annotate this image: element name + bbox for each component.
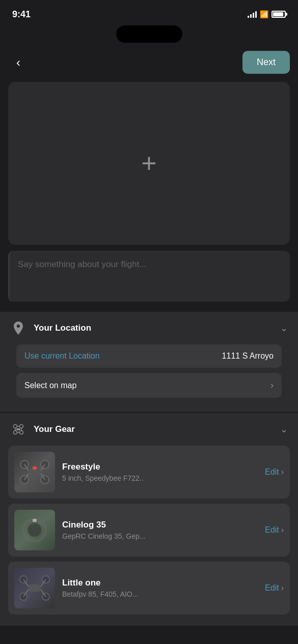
- use-current-location-link[interactable]: Use current Location: [24, 352, 222, 361]
- gear-item-little-one[interactable]: Little one Betafpv 85, F405, AIO... Edit…: [8, 562, 290, 614]
- gear-details-freestyle: 5 inch, Speedybee F722..: [62, 474, 265, 482]
- location-section-header[interactable]: Your Location ⌄: [0, 312, 298, 344]
- gear-name-cinelog: Cinelog 35: [62, 520, 265, 530]
- gear-edit-chevron-freestyle: ›: [281, 467, 284, 477]
- next-button[interactable]: Next: [242, 51, 290, 74]
- gear-name-freestyle: Freestyle: [62, 462, 265, 472]
- status-icons: 📶: [248, 10, 286, 18]
- gear-item-freestyle[interactable]: Freestyle 5 inch, Speedybee F722.. Edit …: [8, 446, 290, 499]
- svg-point-1: [20, 425, 23, 428]
- dynamic-island: [116, 25, 182, 43]
- gear-info-little-one: Little one Betafpv 85, F405, AIO...: [55, 578, 265, 598]
- gear-edit-label-cinelog: Edit: [265, 525, 279, 535]
- location-chevron-down-icon: ⌄: [280, 323, 288, 334]
- gear-thumbnail-little-one: [14, 568, 55, 608]
- svg-rect-9: [30, 469, 40, 476]
- svg-rect-22: [33, 519, 37, 522]
- wifi-icon: 📶: [260, 10, 268, 18]
- gear-info-freestyle: Freestyle 5 inch, Speedybee F722..: [55, 462, 265, 482]
- signal-icon: [248, 11, 257, 18]
- gear-section-title: Your Gear: [34, 424, 280, 434]
- gear-list: Freestyle 5 inch, Speedybee F722.. Edit …: [0, 446, 298, 626]
- drone-gear-icon: [10, 421, 26, 437]
- svg-point-21: [32, 527, 38, 533]
- nav-bar: ‹ Next: [0, 47, 298, 82]
- back-chevron-icon: ‹: [16, 56, 20, 69]
- text-input-placeholder: Say something about your flight...: [18, 259, 146, 269]
- flight-text-input[interactable]: Say something about your flight...: [8, 251, 290, 302]
- gear-thumbnail-cinelog: [14, 510, 55, 550]
- back-button[interactable]: ‹: [8, 52, 29, 73]
- svg-rect-4: [16, 428, 20, 430]
- status-bar: 9:41 📶: [0, 0, 298, 25]
- location-pin-icon: [10, 320, 26, 336]
- svg-point-0: [14, 425, 17, 428]
- map-select-chevron-icon: ›: [270, 380, 274, 391]
- gear-section-header[interactable]: Your Gear ⌄: [0, 413, 298, 446]
- select-on-map-label: Select on map: [24, 381, 270, 390]
- gear-section: Your Gear ⌄ Freestyle: [0, 413, 298, 626]
- gear-name-little-one: Little one: [62, 578, 265, 588]
- battery-icon: [272, 11, 286, 18]
- svg-point-2: [14, 431, 17, 434]
- status-time: 9:41: [12, 9, 31, 20]
- gear-details-cinelog: GepRC Cinelog 35, Gep...: [62, 532, 265, 540]
- location-section-title: Your Location: [34, 323, 280, 333]
- add-media-icon: +: [141, 150, 156, 177]
- current-location-value: 1111 S Arroyo: [222, 352, 274, 361]
- location-section: Your Location ⌄ Use current Location 111…: [0, 312, 298, 412]
- gear-edit-freestyle[interactable]: Edit ›: [265, 467, 284, 477]
- gear-edit-label-freestyle: Edit: [265, 467, 279, 477]
- gear-edit-chevron-cinelog: ›: [281, 525, 284, 535]
- select-on-map-row[interactable]: Select on map ›: [16, 373, 282, 398]
- gear-thumbnail-freestyle: [14, 452, 55, 492]
- svg-rect-23: [29, 584, 41, 592]
- current-location-row[interactable]: Use current Location 1111 S Arroyo: [16, 344, 282, 368]
- gear-info-cinelog: Cinelog 35 GepRC Cinelog 35, Gep...: [55, 520, 265, 540]
- media-upload-area[interactable]: +: [8, 82, 290, 245]
- svg-point-3: [20, 431, 23, 434]
- gear-edit-cinelog[interactable]: Edit ›: [265, 525, 284, 535]
- gear-details-little-one: Betafpv 85, F405, AIO...: [62, 590, 265, 598]
- gear-edit-label-little-one: Edit: [265, 583, 279, 593]
- gear-edit-little-one[interactable]: Edit ›: [265, 583, 284, 593]
- svg-rect-18: [33, 466, 37, 470]
- gear-item-cinelog[interactable]: Cinelog 35 GepRC Cinelog 35, Gep... Edit…: [8, 504, 290, 557]
- gear-edit-chevron-little-one: ›: [281, 583, 284, 593]
- gear-chevron-down-icon: ⌄: [280, 424, 288, 435]
